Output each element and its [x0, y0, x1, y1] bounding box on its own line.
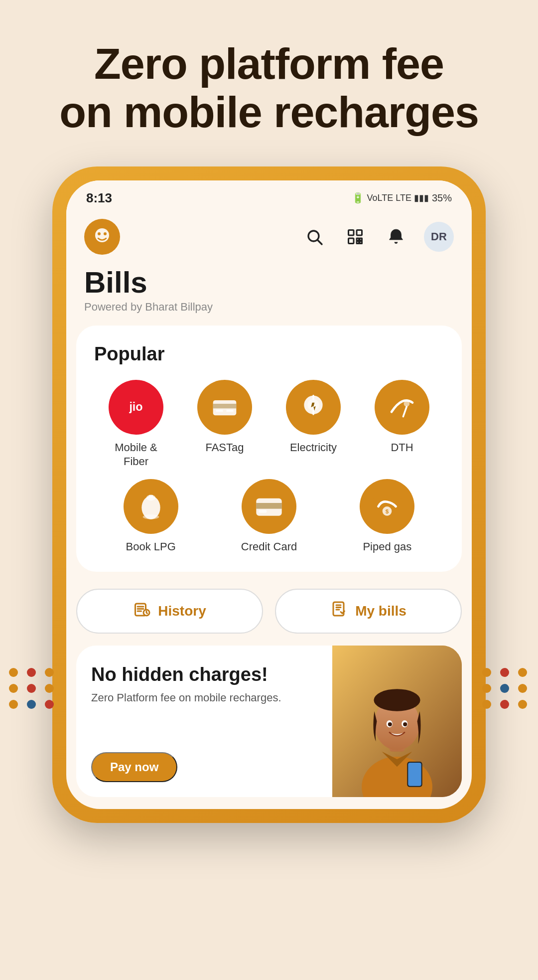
- svg-rect-17: [216, 409, 223, 412]
- bell-icon: [387, 228, 405, 246]
- promo-cta-button[interactable]: Pay now: [91, 752, 177, 782]
- service-label-dth: DTH: [391, 441, 413, 455]
- service-item-pipedgas[interactable]: $ Piped gas: [331, 479, 444, 554]
- svg-rect-32: [259, 510, 267, 513]
- promo-text-section: No hidden charges! Zero Platform fee on …: [76, 646, 332, 797]
- promo-subtitle: Zero Platform fee on mobile recharges.: [91, 691, 317, 704]
- promo-image: [332, 646, 462, 797]
- svg-point-3: [104, 232, 107, 235]
- page-title-section: Bills Powered by Bharat Billpay: [66, 263, 472, 326]
- service-label-pipedgas: Piped gas: [363, 540, 411, 554]
- battery-percent: 35%: [432, 192, 452, 204]
- history-icon: [133, 601, 151, 622]
- network-icon: VoLTE LTE ▮▮▮: [367, 192, 429, 203]
- svg-rect-10: [360, 238, 362, 241]
- search-button[interactable]: [301, 224, 327, 250]
- svg-point-29: [142, 514, 159, 519]
- svg-rect-11: [357, 241, 359, 244]
- service-label-jio: Mobile &Fiber: [115, 441, 157, 469]
- svg-rect-6: [349, 230, 354, 235]
- svg-rect-31: [256, 503, 281, 509]
- svg-point-2: [98, 232, 101, 235]
- app-bar: DR: [66, 211, 472, 263]
- battery-icon: 🔋: [352, 192, 364, 204]
- hero-section: Zero platform fee on mobile recharges: [0, 0, 538, 166]
- my-bills-label: My bills: [355, 603, 406, 619]
- qr-icon: [346, 228, 364, 246]
- creditcard-icon: [242, 479, 296, 534]
- svg-rect-52: [408, 763, 421, 786]
- service-label-lpg: Book LPG: [126, 540, 176, 554]
- bills-icon: [330, 601, 348, 622]
- svg-rect-16: [213, 404, 237, 408]
- jio-logo-icon: jio: [119, 390, 153, 425]
- decorative-dots-left: [9, 668, 56, 709]
- promo-card: No hidden charges! Zero Platform fee on …: [76, 646, 462, 797]
- user-avatar[interactable]: DR: [424, 222, 454, 252]
- service-item-creditcard[interactable]: Credit Card: [212, 479, 325, 554]
- svg-rect-18: [227, 409, 234, 412]
- dth-icon: [375, 380, 429, 435]
- lpg-icon: [124, 479, 178, 534]
- svg-text:$: $: [386, 508, 389, 514]
- svg-rect-9: [357, 238, 359, 241]
- service-grid-row1: jio Mobile &Fiber: [94, 380, 444, 469]
- svg-line-5: [318, 240, 322, 244]
- action-buttons-row: History My bills: [66, 584, 472, 646]
- history-label: History: [158, 603, 206, 619]
- pipedgas-icon: $: [360, 479, 414, 534]
- svg-point-23: [386, 391, 418, 423]
- svg-point-50: [403, 722, 407, 726]
- service-label-electricity: Electricity: [290, 441, 337, 455]
- promo-person-illustration: [332, 646, 462, 797]
- electricity-icon: [286, 380, 341, 435]
- search-icon: [305, 228, 323, 246]
- logo-face-icon: [90, 224, 115, 249]
- phone-screen: 8:13 🔋 VoLTE LTE ▮▮▮ 35%: [66, 180, 472, 810]
- popular-section-title: Popular: [94, 343, 444, 365]
- my-bills-button[interactable]: My bills: [275, 589, 462, 634]
- svg-point-24: [404, 401, 410, 407]
- status-icons: 🔋 VoLTE LTE ▮▮▮ 35%: [352, 192, 452, 204]
- decorative-dots-right: [482, 668, 529, 709]
- service-label-fastag: FASTag: [205, 441, 244, 455]
- svg-rect-28: [148, 494, 153, 497]
- status-time: 8:13: [86, 190, 112, 206]
- svg-point-46: [374, 689, 420, 712]
- svg-text:jio: jio: [129, 400, 142, 413]
- qr-scan-button[interactable]: [342, 224, 368, 250]
- svg-point-49: [388, 722, 392, 726]
- app-logo[interactable]: [84, 219, 120, 255]
- phone-outer-frame: 8:13 🔋 VoLTE LTE ▮▮▮ 35%: [52, 166, 486, 823]
- service-grid-row2: Book LPG Credit Card: [94, 479, 444, 554]
- page-subtitle: Powered by Bharat Billpay: [84, 301, 454, 314]
- phone-mockup: 8:13 🔋 VoLTE LTE ▮▮▮ 35%: [0, 166, 538, 823]
- status-bar: 8:13 🔋 VoLTE LTE ▮▮▮ 35%: [66, 180, 472, 211]
- svg-rect-12: [360, 241, 362, 244]
- hero-title: Zero platform fee on mobile recharges: [30, 40, 508, 137]
- page-title: Bills: [84, 268, 454, 298]
- service-label-creditcard: Credit Card: [241, 540, 297, 554]
- history-button[interactable]: History: [76, 589, 263, 634]
- service-item-lpg[interactable]: Book LPG: [94, 479, 207, 554]
- service-item-jio[interactable]: jio Mobile &Fiber: [94, 380, 178, 469]
- popular-card: Popular jio Mobile &Fiber: [76, 326, 462, 572]
- service-item-electricity[interactable]: Electricity: [271, 380, 355, 469]
- fastag-icon: [197, 380, 252, 435]
- jio-icon: jio: [109, 380, 163, 435]
- svg-rect-7: [357, 230, 362, 235]
- avatar-initials: DR: [431, 230, 447, 243]
- service-item-fastag[interactable]: FASTag: [183, 380, 267, 469]
- service-item-dth[interactable]: DTH: [360, 380, 444, 469]
- notification-button[interactable]: [383, 224, 409, 250]
- svg-rect-8: [349, 238, 354, 244]
- promo-title: No hidden charges!: [91, 663, 317, 686]
- app-bar-actions: DR: [301, 222, 454, 252]
